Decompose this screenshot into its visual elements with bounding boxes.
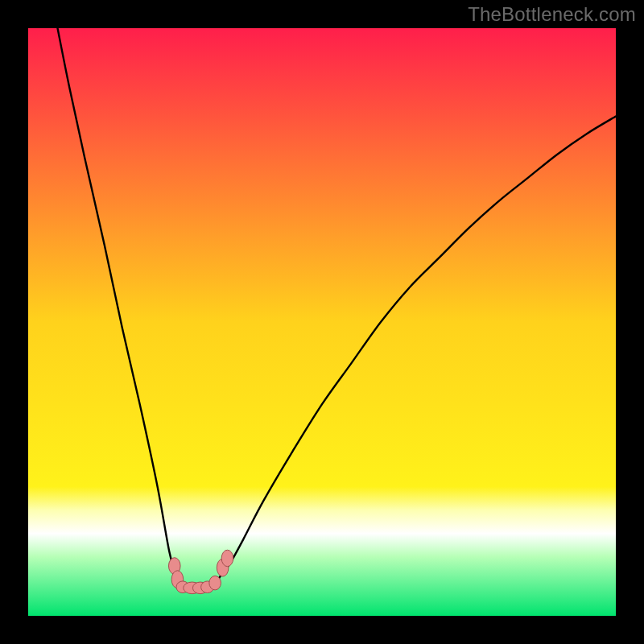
marker-point: [221, 550, 233, 566]
gradient-background: [28, 28, 616, 616]
plot-area: [28, 28, 616, 616]
chart-svg: [28, 28, 616, 616]
chart-container: TheBottleneck.com: [0, 0, 644, 644]
watermark-text: TheBottleneck.com: [468, 3, 636, 26]
marker-point: [209, 576, 221, 590]
